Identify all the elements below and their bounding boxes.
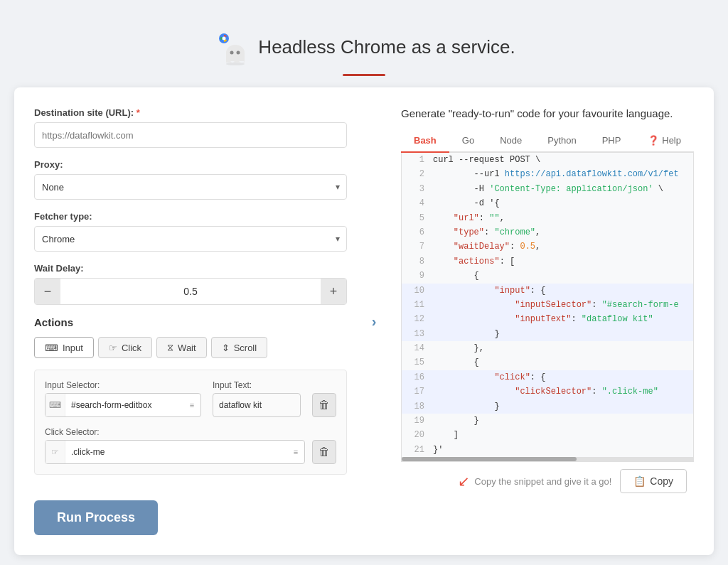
trash-icon: 🗑 — [318, 399, 330, 411]
code-line: 3 -H 'Content-Type: application/json' \ — [402, 182, 693, 196]
svg-point-2 — [223, 37, 226, 41]
click-selector-field[interactable] — [65, 447, 287, 457]
click-selector-wrapper: ☞ ≡ — [45, 440, 305, 464]
click-selector-label: Click Selector: — [45, 427, 305, 437]
code-tabs: Bash Go Node Python PHP ❓ Help — [401, 129, 694, 153]
proxy-label: Proxy: — [34, 159, 347, 170]
input-selector-group: Input Selector: ⌨ ≡ — [45, 380, 201, 417]
svg-point-6 — [237, 51, 240, 55]
proxy-select-wrapper: None US EU Asia ▾ — [34, 174, 347, 200]
run-process-button[interactable]: Run Process — [34, 500, 158, 535]
code-scrollbar-thumb[interactable] — [402, 457, 577, 461]
tab-help[interactable]: ❓ Help — [635, 129, 694, 153]
code-line: 2 --url https://api.dataflowkit.com/v1/f… — [402, 167, 693, 181]
main-card: Destination site (URL): * Proxy: None US… — [14, 87, 714, 555]
code-line: 16 "click": { — [402, 370, 693, 384]
code-line: 21 }' — [402, 443, 693, 457]
click-selector-end-icon: ≡ — [287, 440, 304, 464]
tab-go[interactable]: Go — [449, 129, 487, 153]
url-field-group: Destination site (URL): * — [34, 107, 347, 148]
code-line: 6 "type": "chrome", — [402, 225, 693, 240]
fetcher-select-wrapper: Chrome Splash Simple ▾ — [34, 226, 347, 252]
proxy-field-group: Proxy: None US EU Asia ▾ — [34, 159, 347, 200]
fetcher-label: Fetcher type: — [34, 211, 347, 222]
right-panel: Generate "ready-to-run" code for your fa… — [401, 107, 694, 535]
code-line: 7 "waitDelay": 0.5, — [402, 240, 693, 254]
actions-group: Actions ⌨ Input ☞ Click ⧖ Wait — [34, 316, 347, 475]
url-label: Destination site (URL): * — [34, 107, 347, 118]
copy-area: ↙ Copy the snippet and give it a go! 📋 C… — [401, 462, 694, 496]
code-line: 19 } — [402, 414, 693, 428]
code-line: 9 { — [402, 269, 693, 283]
tab-wait[interactable]: ⧖ Wait — [156, 337, 207, 358]
copy-icon: 📋 — [633, 475, 646, 487]
code-block: 1 curl --request POST \ 2 --url https://… — [401, 153, 694, 462]
required-marker: * — [136, 107, 140, 118]
pointer-icon: ☞ — [46, 440, 65, 464]
delete-click-action-button[interactable]: 🗑 — [312, 440, 336, 464]
copy-button[interactable]: 📋 Copy — [620, 469, 687, 493]
proxy-select[interactable]: None US EU Asia — [34, 174, 347, 200]
tab-bash[interactable]: Bash — [401, 129, 449, 153]
wait-delay-row: − + — [34, 278, 347, 305]
tab-scroll[interactable]: ⇕ Scroll — [211, 337, 268, 358]
input-selector-label: Input Selector: — [45, 380, 201, 390]
code-line: 20 ] — [402, 428, 693, 442]
click-selector-row: Click Selector: ☞ ≡ 🗑 — [45, 427, 336, 464]
copy-hint: ↙ Copy the snippet and give it a go! — [458, 473, 611, 490]
input-selector-row: Input Selector: ⌨ ≡ Input Text: — [45, 380, 336, 417]
input-selector-field[interactable] — [65, 400, 183, 410]
panel-divider: › — [367, 107, 381, 535]
page-title: Headless Chrome as a service. — [258, 36, 515, 58]
code-line: 18 } — [402, 399, 693, 414]
help-icon: ❓ — [648, 135, 659, 146]
wait-icon: ⧖ — [167, 342, 173, 353]
fetcher-field-group: Fetcher type: Chrome Splash Simple ▾ — [34, 211, 347, 252]
code-line: 1 curl --request POST \ — [402, 153, 693, 167]
input-selector-wrapper: ⌨ ≡ — [45, 393, 201, 417]
actions-tabs: ⌨ Input ☞ Click ⧖ Wait ⇕ Scroll — [34, 337, 347, 358]
delay-value-input[interactable] — [60, 286, 321, 297]
trash-icon-2: 🗑 — [318, 446, 330, 458]
ghost-icon — [213, 28, 250, 65]
click-icon: ☞ — [109, 343, 117, 353]
url-input[interactable] — [34, 122, 347, 148]
tab-php[interactable]: PHP — [589, 129, 634, 153]
scroll-icon: ⇕ — [222, 343, 230, 353]
delay-decrease-button[interactable]: − — [35, 279, 60, 304]
input-text-field[interactable] — [213, 393, 301, 417]
tab-click[interactable]: ☞ Click — [98, 337, 152, 358]
code-line: 10 "input": { — [402, 284, 693, 298]
svg-point-5 — [230, 51, 234, 55]
page-wrapper: Headless Chrome as a service. Destinatio… — [14, 14, 714, 555]
code-line: 11 "inputSelector": "#search-form-e — [402, 298, 693, 312]
click-selector-group: Click Selector: ☞ ≡ — [45, 427, 305, 464]
input-text-label: Input Text: — [213, 380, 301, 390]
tab-input[interactable]: ⌨ Input — [34, 337, 94, 358]
code-line: 8 "actions": [ — [402, 254, 693, 269]
input-icon: ⌨ — [45, 343, 58, 353]
delay-increase-button[interactable]: + — [321, 279, 346, 304]
header-divider — [343, 74, 385, 76]
code-line: 12 "inputText": "dataflow kit" — [402, 312, 693, 326]
fetcher-select[interactable]: Chrome Splash Simple — [34, 226, 347, 252]
right-arrow-icon: › — [372, 313, 377, 330]
header: Headless Chrome as a service. — [14, 14, 714, 87]
copy-arrow-icon: ↙ — [458, 473, 470, 490]
input-text-group: Input Text: — [213, 380, 301, 417]
wait-delay-group: Wait Delay: − + — [34, 263, 347, 305]
actions-label: Actions — [34, 316, 347, 328]
delete-input-action-button[interactable]: 🗑 — [312, 393, 336, 417]
keyboard-icon: ⌨ — [46, 393, 65, 417]
code-line: 14 }, — [402, 341, 693, 355]
code-line: 17 "clickSelector": ".click-me" — [402, 384, 693, 399]
input-selector-end-icon: ≡ — [183, 393, 200, 417]
left-panel: Destination site (URL): * Proxy: None US… — [34, 107, 347, 535]
tab-python[interactable]: Python — [535, 129, 589, 153]
code-line: 5 "url": "", — [402, 211, 693, 225]
code-scrollbar[interactable] — [402, 457, 693, 461]
tab-node[interactable]: Node — [487, 129, 535, 153]
header-top: Headless Chrome as a service. — [213, 28, 515, 65]
svg-point-7 — [226, 63, 245, 65]
code-line: 13 } — [402, 327, 693, 341]
